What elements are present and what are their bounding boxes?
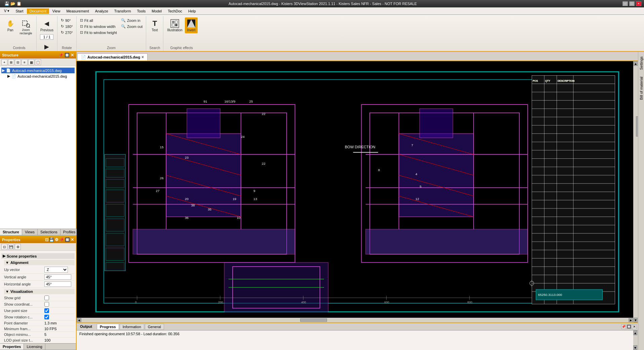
menu-item-analyze[interactable]: Analyze <box>92 8 111 14</box>
tab-selections[interactable]: Selections <box>38 229 61 235</box>
tab-views[interactable]: Views <box>22 229 38 235</box>
tree-item-1[interactable]: ▶ 📄 Autocad-mechanical2015.dwg <box>1 68 75 73</box>
structure-restore-icon[interactable]: 🔲 <box>65 53 70 57</box>
struct-tb-4[interactable]: ≡ <box>22 59 28 65</box>
open-icon[interactable]: 📂 <box>10 1 15 6</box>
scene-prop-label: Scene properties <box>7 254 37 258</box>
prop-icon-2[interactable]: 💾 <box>49 237 54 242</box>
fit-window-width-button[interactable]: ⊡ Fit to window width <box>79 24 118 29</box>
rotate-90-button[interactable]: ↻ 90° <box>59 17 74 23</box>
output-close-btn[interactable]: ✕ <box>632 324 637 329</box>
hscroll-thumb[interactable] <box>300 318 327 322</box>
invert-button[interactable]: Invert <box>185 17 198 33</box>
tab-structure[interactable]: Structure <box>0 229 22 235</box>
fit-window-height-button[interactable]: ⊡ Fit to window height <box>79 30 118 35</box>
menu-item-help[interactable]: Help <box>186 8 199 14</box>
fit-all-button[interactable]: ⊡ Fit all <box>79 17 118 23</box>
zoom-in-button[interactable]: 🔍 Zoom in <box>120 17 144 23</box>
prop-tb-3[interactable]: ⚙ <box>15 244 21 250</box>
text-search-button[interactable]: T Text <box>148 17 161 33</box>
alignment-header[interactable]: ▼ Alignment <box>4 260 75 265</box>
rotate-270-button[interactable]: ↻ 270° <box>59 30 74 35</box>
struct-tb-3[interactable]: ⊟ <box>15 59 21 65</box>
output-tab-progress[interactable]: Progress <box>97 324 119 330</box>
use-point-checkbox[interactable] <box>44 308 49 313</box>
tree-item-2[interactable]: ▶ 📄 Autocad-mechanical2015.dwg <box>7 73 75 79</box>
menu-item-document[interactable]: Document <box>27 8 49 14</box>
prop-icon-3[interactable]: ⚙ <box>55 237 58 242</box>
zoom-out-button[interactable]: 🔍 Zoom out <box>120 24 144 29</box>
up-vector-select[interactable]: Z <box>44 267 68 273</box>
vertical-angle-input[interactable] <box>44 274 71 280</box>
menu-item-transform[interactable]: Transform <box>112 8 134 14</box>
struct-tb-5[interactable]: ▦ <box>28 59 34 65</box>
minimize-button[interactable]: ─ <box>622 1 628 6</box>
output-restore-btn[interactable]: 🔲 <box>627 324 631 329</box>
vscroll-thumb[interactable] <box>636 116 638 137</box>
prop-tb-2[interactable]: 💾 <box>8 244 14 250</box>
hscroll-left-btn[interactable]: ◄ <box>77 318 81 322</box>
scene-properties-header[interactable]: ▶ Scene properties <box>1 253 75 259</box>
prop-close-icon[interactable]: ✕ <box>71 237 74 242</box>
zoom-left: ⊡ Fit all ⊡ Fit to window width ⊡ Fit to… <box>79 17 118 35</box>
graphic-effect-buttons: Illustration Invert <box>165 16 198 46</box>
hscroll-right-btn[interactable]: ► <box>629 318 633 322</box>
tab-licensing[interactable]: Licensing <box>24 344 45 350</box>
tab-profiles[interactable]: Profiles <box>61 229 79 235</box>
prop-pin-icon[interactable]: 📌 <box>59 237 64 242</box>
menu-item-measurement[interactable]: Measurement <box>64 8 91 14</box>
menu-item-v-▾[interactable]: V ▾ <box>1 8 12 14</box>
zoom-rectangle-button[interactable]: Zoom rectangle <box>17 17 34 36</box>
maximize-button[interactable]: □ <box>629 1 635 6</box>
horizontal-angle-value <box>44 281 72 287</box>
svg-text:65250.3113.000: 65250.3113.000 <box>538 293 562 297</box>
tree-expand-2[interactable]: ▶ <box>7 74 10 78</box>
doc-tab-close[interactable]: × <box>142 55 144 60</box>
new-icon[interactable]: 📋 <box>16 1 22 6</box>
show-rotation-checkbox[interactable] <box>44 315 49 319</box>
toolbar-group-rotate: ↻ 90° ↻ 180° ↻ 270° Rotate <box>57 16 77 51</box>
viewport-hscroll[interactable]: ◄ ► <box>77 318 633 322</box>
save-icon[interactable]: 💾 <box>4 1 9 6</box>
menu-item-techdoc[interactable]: TechDoc <box>165 8 185 14</box>
pan-button[interactable]: ✋ Pan <box>4 17 17 33</box>
prop-tb-1[interactable]: ⊡ <box>1 244 7 250</box>
show-grid-checkbox[interactable] <box>44 296 49 300</box>
horizontal-angle-input[interactable] <box>44 281 71 287</box>
illustration-button[interactable]: Illustration <box>165 17 184 33</box>
rotate-180-button[interactable]: ↻ 180° <box>59 24 74 29</box>
previous-button[interactable]: ◀ Previous <box>39 17 55 33</box>
doc-tab-main[interactable]: 📄 Autocad-mechanical2015.dwg × <box>77 53 148 61</box>
vscroll-up-btn[interactable]: ▲ <box>634 61 638 66</box>
struct-tb-2[interactable]: ⊞ <box>8 59 14 65</box>
output-scroll-up[interactable]: ▲ <box>633 330 637 335</box>
viewport-vscroll[interactable]: ▲ ▼ <box>633 61 638 322</box>
structure-pin-icon[interactable]: 📌 <box>58 53 64 57</box>
prop-restore-icon[interactable]: 🔲 <box>65 237 70 242</box>
viewport[interactable]: POS QTY DESCRIPTION 91 16/13/9 25 22 24 … <box>77 61 638 322</box>
close-button[interactable]: ✕ <box>636 1 641 6</box>
output-pin-btn[interactable]: 📌 <box>621 324 626 329</box>
vscroll-down-btn[interactable]: ▼ <box>634 318 638 322</box>
visualization-header[interactable]: ▼ Visualization <box>4 289 75 294</box>
right-panel-settings-tab[interactable]: Settings <box>639 53 644 73</box>
menu-item-model[interactable]: Model <box>149 8 164 14</box>
output-scroll-down[interactable]: ▼ <box>633 345 637 350</box>
svg-rect-5 <box>175 21 177 23</box>
output-tab-general[interactable]: General <box>145 324 164 330</box>
show-coord-checkbox[interactable] <box>44 302 49 307</box>
tree-expand-1[interactable]: ▶ <box>2 68 5 73</box>
menu-item-tools[interactable]: Tools <box>134 8 149 14</box>
menu-item-view[interactable]: View <box>50 8 63 14</box>
structure-close-icon[interactable]: ✕ <box>71 53 74 57</box>
struct-tb-6[interactable]: 📋 <box>35 59 41 65</box>
tab-properties[interactable]: Properties <box>0 344 24 350</box>
struct-tb-1[interactable]: + <box>1 59 7 65</box>
right-panel-bom-tab[interactable]: Bill of material <box>639 73 644 103</box>
output-vscroll[interactable]: ▲ ▼ <box>633 330 638 350</box>
svg-text:0: 0 <box>135 301 137 304</box>
prop-icon-1[interactable]: ⊡ <box>45 237 48 242</box>
show-coord-row: Show coordinat... <box>1 301 75 308</box>
output-tab-information[interactable]: Information <box>120 324 144 330</box>
menu-item-start[interactable]: Start <box>13 8 26 14</box>
